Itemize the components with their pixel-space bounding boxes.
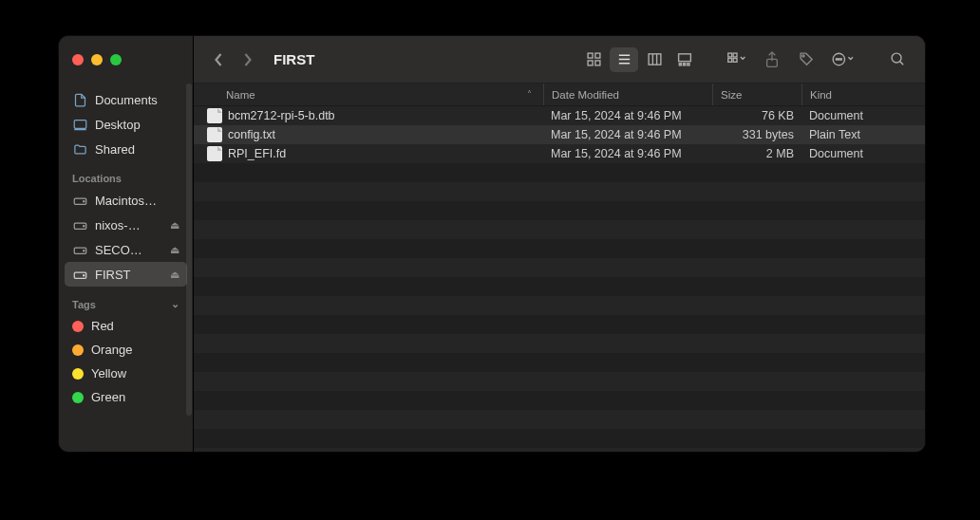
sidebar-section-label: Tags — [72, 299, 96, 310]
svg-rect-0 — [74, 120, 86, 128]
file-kind: Document — [801, 147, 925, 160]
svg-rect-13 — [594, 61, 599, 65]
file-size: 2 MB — [712, 147, 801, 160]
file-date: Mar 15, 2024 at 9:46 PM — [543, 128, 712, 141]
drive-icon — [72, 242, 87, 257]
eject-icon[interactable]: ⏏ — [170, 244, 179, 256]
icon-view-button[interactable] — [579, 47, 608, 72]
sidebar-tag-green[interactable]: Green — [65, 385, 187, 409]
sidebar-list: Documents Desktop Shared Locations — [59, 84, 193, 452]
svg-point-7 — [83, 250, 84, 251]
svg-point-34 — [892, 53, 901, 63]
sidebar-item-documents[interactable]: Documents — [65, 87, 187, 112]
file-kind: Plain Text — [801, 128, 925, 141]
back-button[interactable] — [207, 46, 230, 73]
file-icon — [207, 108, 222, 123]
file-size: 331 bytes — [712, 128, 801, 141]
sidebar-item-label: SECO… — [95, 243, 162, 257]
sidebar-item-desktop[interactable]: Desktop — [65, 112, 187, 137]
column-headers: Name ˄ Date Modified Size Kind — [194, 84, 925, 106]
sidebar-section-tags[interactable]: Tags ⌄ — [65, 287, 187, 314]
file-name: bcm2712-rpi-5-b.dtb — [228, 109, 543, 122]
window-title: FIRST — [273, 51, 314, 67]
sidebar-item-label: nixos-… — [95, 218, 162, 232]
drive-icon — [72, 267, 87, 282]
column-header-date[interactable]: Date Modified — [543, 84, 712, 105]
svg-rect-21 — [679, 64, 681, 65]
column-label: Name — [226, 89, 255, 101]
svg-rect-24 — [728, 53, 732, 57]
column-label: Date Modified — [552, 89, 619, 101]
sidebar-item-label: FIRST — [95, 268, 162, 282]
toolbar: FIRST — [194, 36, 925, 84]
sidebar-item-first[interactable]: FIRST ⏏ — [65, 262, 187, 287]
search-button[interactable] — [883, 47, 912, 72]
svg-rect-22 — [684, 64, 686, 65]
svg-rect-27 — [733, 58, 737, 62]
sidebar-item-label: Desktop — [95, 118, 179, 132]
sidebar-item-label: Orange — [91, 343, 179, 357]
sidebar-tag-yellow[interactable]: Yellow — [65, 362, 187, 385]
view-switcher — [579, 47, 699, 72]
file-row[interactable]: bcm2712-rpi-5-b.dtb Mar 15, 2024 at 9:46… — [194, 106, 925, 125]
sidebar-item-label: Shared — [95, 142, 179, 157]
sidebar-scrollbar[interactable] — [186, 84, 192, 416]
file-icon — [207, 146, 222, 161]
eject-icon[interactable]: ⏏ — [170, 219, 179, 232]
tag-color-dot — [72, 368, 84, 380]
svg-rect-25 — [733, 53, 737, 57]
svg-rect-26 — [728, 58, 732, 62]
gallery-view-button[interactable] — [670, 47, 699, 72]
drive-icon — [72, 217, 87, 232]
action-button[interactable] — [826, 47, 860, 72]
file-icon — [207, 127, 222, 142]
sidebar-item-nixos[interactable]: nixos-… ⏏ — [65, 213, 187, 237]
file-size: 76 KB — [712, 109, 801, 122]
sidebar-item-seco[interactable]: SECO… ⏏ — [65, 237, 187, 262]
sidebar-item-shared[interactable]: Shared — [65, 137, 187, 161]
sidebar-item-label: Green — [91, 390, 179, 404]
svg-rect-10 — [588, 53, 593, 58]
main-pane: FIRST — [194, 36, 925, 452]
column-header-size[interactable]: Size — [712, 84, 801, 105]
sidebar-item-macintosh[interactable]: Macintos… — [65, 188, 187, 213]
list-view-button[interactable] — [610, 47, 638, 72]
column-label: Size — [721, 89, 742, 101]
svg-point-31 — [836, 59, 838, 61]
drive-icon — [72, 193, 87, 208]
sort-ascending-icon: ˄ — [527, 89, 532, 100]
document-icon — [72, 92, 87, 107]
svg-point-3 — [83, 200, 84, 201]
file-date: Mar 15, 2024 at 9:46 PM — [543, 109, 712, 122]
file-name: config.txt — [228, 128, 543, 141]
sidebar-tag-red[interactable]: Red — [65, 314, 187, 338]
column-label: Kind — [810, 89, 832, 101]
zoom-button[interactable] — [110, 54, 122, 65]
minimize-button[interactable] — [91, 54, 103, 65]
sidebar-tag-orange[interactable]: Orange — [65, 338, 187, 362]
column-header-kind[interactable]: Kind — [801, 84, 925, 105]
column-view-button[interactable] — [640, 47, 669, 72]
close-button[interactable] — [72, 54, 84, 65]
sidebar-item-label: Macintos… — [95, 194, 179, 208]
window-controls — [59, 36, 193, 84]
file-list[interactable]: bcm2712-rpi-5-b.dtb Mar 15, 2024 at 9:46… — [194, 106, 925, 452]
file-row[interactable]: config.txt Mar 15, 2024 at 9:46 PM 331 b… — [194, 125, 925, 144]
svg-rect-23 — [688, 64, 689, 65]
desktop-icon — [72, 117, 87, 132]
file-row[interactable]: RPI_EFI.fd Mar 15, 2024 at 9:46 PM 2 MB … — [194, 144, 925, 163]
file-name: RPI_EFI.fd — [228, 147, 543, 160]
forward-button[interactable] — [236, 46, 258, 73]
sidebar-item-label: Documents — [95, 93, 179, 107]
tag-button[interactable] — [792, 47, 820, 72]
eject-icon[interactable]: ⏏ — [170, 269, 179, 281]
svg-point-32 — [839, 59, 840, 61]
group-button[interactable] — [722, 47, 752, 72]
file-date: Mar 15, 2024 at 9:46 PM — [543, 147, 712, 160]
file-kind: Document — [801, 109, 925, 122]
share-button[interactable] — [758, 47, 786, 72]
column-header-name[interactable]: Name ˄ — [226, 84, 543, 105]
tag-color-dot — [72, 321, 84, 332]
folder-icon — [72, 141, 87, 157]
svg-point-29 — [801, 55, 803, 57]
